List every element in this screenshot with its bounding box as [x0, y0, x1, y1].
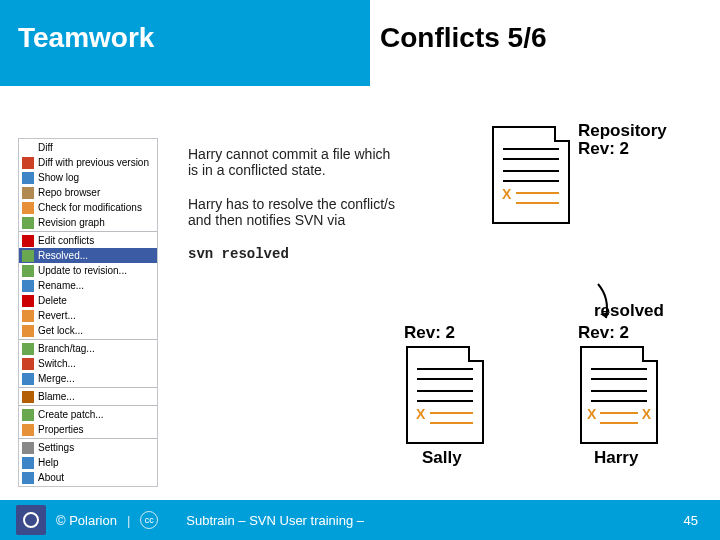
menu-item-create-patch[interactable]: Create patch...: [19, 407, 157, 422]
menu-item-diff[interactable]: Diff: [19, 140, 157, 155]
repo-icon: [22, 187, 34, 199]
menu-item-resolved[interactable]: Resolved...: [19, 248, 157, 263]
diff-icon: [22, 142, 34, 154]
footer-training-text: Subtrain – SVN User training –: [186, 513, 364, 528]
slide-content: Diff Diff with previous version Show log…: [0, 86, 720, 500]
rename-icon: [22, 280, 34, 292]
footer-bar: © Polarion | cc Subtrain – SVN User trai…: [0, 500, 720, 540]
menu-item-settings[interactable]: Settings: [19, 440, 157, 455]
menu-item-update-to-rev[interactable]: Update to revision...: [19, 263, 157, 278]
header-right-title: Conflicts 5/6: [370, 0, 720, 86]
switch-icon: [22, 358, 34, 370]
check-icon: [22, 202, 34, 214]
x-mark: X: [642, 406, 651, 422]
menu-item-get-lock[interactable]: Get lock...: [19, 323, 157, 338]
editconf-icon: [22, 235, 34, 247]
sally-rev-label: Rev: 2: [404, 324, 455, 342]
menu-item-about[interactable]: About: [19, 470, 157, 485]
diff-prev-icon: [22, 157, 34, 169]
command-text: svn resolved: [188, 246, 398, 262]
repository-block: X Repository Rev: 2: [492, 126, 570, 224]
footer-copyright: © Polarion: [56, 513, 117, 528]
paragraph-1: Harry cannot commit a file which is in a…: [188, 146, 398, 178]
menu-item-blame[interactable]: Blame...: [19, 389, 157, 404]
x-mark: X: [416, 406, 425, 422]
blame-icon: [22, 391, 34, 403]
menu-item-diff-prev[interactable]: Diff with previous version: [19, 155, 157, 170]
lock-icon: [22, 325, 34, 337]
repo-doc-icon: X: [492, 126, 570, 224]
harry-name-label: Harry: [594, 448, 638, 468]
resolved-icon: [22, 250, 34, 262]
settings-icon: [22, 442, 34, 454]
menu-item-branch-tag[interactable]: Branch/tag...: [19, 341, 157, 356]
repository-label: Repository Rev: 2: [578, 122, 667, 158]
sally-name-label: Sally: [422, 448, 462, 468]
revgraph-icon: [22, 217, 34, 229]
menu-item-show-log[interactable]: Show log: [19, 170, 157, 185]
harry-doc-icon: X X: [580, 346, 658, 444]
menu-item-check-mods[interactable]: Check for modifications: [19, 200, 157, 215]
x-mark: X: [502, 186, 511, 202]
paragraph-2: Harry has to resolve the conflict/s and …: [188, 196, 398, 228]
sally-doc-icon: X: [406, 346, 484, 444]
x-mark: X: [587, 406, 596, 422]
patch-icon: [22, 409, 34, 421]
merge-icon: [22, 373, 34, 385]
delete-icon: [22, 295, 34, 307]
header-left-title: Teamwork: [0, 0, 370, 86]
harry-rev-label: Rev: 2: [578, 324, 629, 342]
context-menu: Diff Diff with previous version Show log…: [18, 138, 158, 487]
menu-item-switch[interactable]: Switch...: [19, 356, 157, 371]
menu-item-repo-browser[interactable]: Repo browser: [19, 185, 157, 200]
menu-item-delete[interactable]: Delete: [19, 293, 157, 308]
menu-item-merge[interactable]: Merge...: [19, 371, 157, 386]
menu-item-edit-conflicts[interactable]: Edit conflicts: [19, 233, 157, 248]
cc-icon: cc: [140, 511, 158, 529]
page-number: 45: [684, 513, 698, 528]
revert-icon: [22, 310, 34, 322]
menu-item-rev-graph[interactable]: Revision graph: [19, 215, 157, 230]
update-icon: [22, 265, 34, 277]
menu-item-properties[interactable]: Properties: [19, 422, 157, 437]
sally-block: Rev: 2 X Sally: [406, 346, 484, 444]
help-icon: [22, 457, 34, 469]
about-icon: [22, 472, 34, 484]
log-icon: [22, 172, 34, 184]
polarion-logo-icon: [16, 505, 46, 535]
body-text: Harry cannot commit a file which is in a…: [188, 146, 398, 262]
svg-point-0: [24, 513, 38, 527]
menu-item-rename[interactable]: Rename...: [19, 278, 157, 293]
props-icon: [22, 424, 34, 436]
harry-block: Rev: 2 X X Harry: [580, 346, 658, 444]
menu-item-revert[interactable]: Revert...: [19, 308, 157, 323]
menu-item-help[interactable]: Help: [19, 455, 157, 470]
branch-icon: [22, 343, 34, 355]
